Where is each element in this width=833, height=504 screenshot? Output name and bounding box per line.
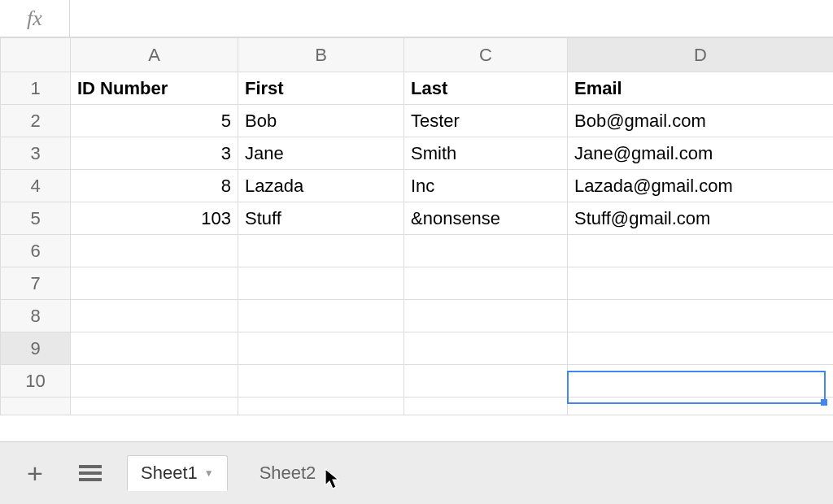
row-header-8[interactable]: 8 bbox=[1, 300, 71, 332]
cell-A5[interactable]: 103 bbox=[71, 202, 238, 235]
cell-text: &nonsense bbox=[411, 208, 500, 228]
row-header-3[interactable]: 3 bbox=[1, 137, 71, 170]
cell-text: Last bbox=[411, 78, 447, 98]
row-header-2[interactable]: 2 bbox=[1, 105, 71, 137]
cell-A2[interactable]: 5 bbox=[71, 105, 238, 137]
sheet-tab-2[interactable]: Sheet2 ▼ bbox=[246, 455, 347, 491]
cell-D10[interactable] bbox=[568, 365, 834, 398]
cell-B2[interactable]: Bob bbox=[238, 105, 404, 137]
cell-D6[interactable] bbox=[568, 235, 834, 267]
col-header-label: A bbox=[148, 45, 160, 65]
hamburger-icon bbox=[79, 464, 102, 482]
row-header-label: 7 bbox=[30, 273, 40, 293]
cell-C10[interactable] bbox=[404, 365, 568, 398]
row-header-label: 9 bbox=[30, 338, 40, 358]
cell-text: 5 bbox=[221, 111, 231, 131]
cell-D2[interactable]: Bob@gmail.com bbox=[568, 105, 834, 137]
cell-text: Jane bbox=[245, 143, 284, 163]
fx-icon: fx bbox=[0, 0, 70, 37]
row-header-label: 2 bbox=[30, 111, 40, 131]
cell-C8[interactable] bbox=[404, 300, 568, 332]
sheet-tab-1[interactable]: Sheet1 ▼ bbox=[127, 455, 228, 491]
row-11-partial bbox=[1, 398, 834, 415]
cell-D1[interactable]: Email bbox=[568, 72, 834, 105]
cell-text: 103 bbox=[201, 208, 231, 228]
cell-text: Bob bbox=[245, 111, 277, 131]
cell-A4[interactable]: 8 bbox=[71, 170, 238, 202]
cell-B9[interactable] bbox=[238, 332, 404, 365]
row-header-5[interactable]: 5 bbox=[1, 202, 71, 235]
row-header-4[interactable]: 4 bbox=[1, 170, 71, 202]
cell-C3[interactable]: Smith bbox=[404, 137, 568, 170]
cell-text: Lazada bbox=[245, 176, 303, 196]
row-header-1[interactable]: 1 bbox=[1, 72, 71, 105]
cell-text: Bob@gmail.com bbox=[574, 111, 706, 131]
row-header-11[interactable] bbox=[1, 398, 71, 415]
cell-A6[interactable] bbox=[71, 235, 238, 267]
cell-B11[interactable] bbox=[238, 398, 404, 415]
add-sheet-button[interactable]: + bbox=[16, 454, 54, 492]
cell-text: First bbox=[245, 78, 284, 98]
col-header-D[interactable]: D bbox=[568, 38, 834, 72]
cell-D9[interactable] bbox=[568, 332, 834, 365]
cell-C6[interactable] bbox=[404, 235, 568, 267]
cell-D11[interactable] bbox=[568, 398, 834, 415]
col-header-label: D bbox=[694, 45, 707, 65]
row-header-7[interactable]: 7 bbox=[1, 267, 71, 300]
row-header-label: 5 bbox=[30, 208, 40, 228]
cell-text: Inc bbox=[411, 176, 434, 196]
row-header-6[interactable]: 6 bbox=[1, 235, 71, 267]
cell-C11[interactable] bbox=[404, 398, 568, 415]
formula-input[interactable] bbox=[70, 0, 833, 37]
row-3: 3 3 Jane Smith Jane@gmail.com bbox=[1, 137, 834, 170]
col-header-C[interactable]: C bbox=[404, 38, 568, 72]
cell-A1[interactable]: ID Number bbox=[71, 72, 238, 105]
all-sheets-button[interactable] bbox=[72, 454, 109, 492]
cell-text: ID Number bbox=[77, 78, 168, 98]
row-5: 5 103 Stuff &nonsense Stuff@gmail.com bbox=[1, 202, 834, 235]
row-header-label: 4 bbox=[30, 176, 40, 196]
cell-C1[interactable]: Last bbox=[404, 72, 568, 105]
cell-C9[interactable] bbox=[404, 332, 568, 365]
cell-A9[interactable] bbox=[71, 332, 238, 365]
cell-B6[interactable] bbox=[238, 235, 404, 267]
cell-B4[interactable]: Lazada bbox=[238, 170, 404, 202]
cell-A10[interactable] bbox=[71, 365, 238, 398]
cell-D7[interactable] bbox=[568, 267, 834, 300]
cell-text: 3 bbox=[221, 143, 231, 163]
select-all-corner[interactable] bbox=[1, 38, 71, 72]
row-header-label: 3 bbox=[30, 143, 40, 163]
col-header-label: C bbox=[479, 45, 492, 65]
cell-D8[interactable] bbox=[568, 300, 834, 332]
col-header-label: B bbox=[315, 45, 327, 65]
col-header-B[interactable]: B bbox=[238, 38, 404, 72]
cell-A7[interactable] bbox=[71, 267, 238, 300]
sheet-tab-label: Sheet1 bbox=[141, 463, 198, 484]
cell-text: Email bbox=[574, 78, 622, 98]
cell-D4[interactable]: Lazada@gmail.com bbox=[568, 170, 834, 202]
cell-C5[interactable]: &nonsense bbox=[404, 202, 568, 235]
grid-table: A B C D 1 ID Number First Last Email 2 5… bbox=[0, 37, 833, 415]
cell-B7[interactable] bbox=[238, 267, 404, 300]
cell-B3[interactable]: Jane bbox=[238, 137, 404, 170]
chevron-down-icon[interactable]: ▼ bbox=[322, 467, 332, 479]
svg-rect-0 bbox=[79, 465, 102, 468]
cell-C4[interactable]: Inc bbox=[404, 170, 568, 202]
row-header-10[interactable]: 10 bbox=[1, 365, 71, 398]
cell-A3[interactable]: 3 bbox=[71, 137, 238, 170]
cell-B5[interactable]: Stuff bbox=[238, 202, 404, 235]
col-header-A[interactable]: A bbox=[71, 38, 238, 72]
cell-D3[interactable]: Jane@gmail.com bbox=[568, 137, 834, 170]
row-header-9[interactable]: 9 bbox=[1, 332, 71, 365]
row-10: 10 bbox=[1, 365, 834, 398]
cell-A8[interactable] bbox=[71, 300, 238, 332]
cell-B8[interactable] bbox=[238, 300, 404, 332]
cell-C7[interactable] bbox=[404, 267, 568, 300]
cell-D5[interactable]: Stuff@gmail.com bbox=[568, 202, 834, 235]
cell-A11[interactable] bbox=[71, 398, 238, 415]
cell-B1[interactable]: First bbox=[238, 72, 404, 105]
cell-B10[interactable] bbox=[238, 365, 404, 398]
chevron-down-icon[interactable]: ▼ bbox=[204, 467, 214, 479]
formula-bar: fx bbox=[0, 0, 833, 37]
cell-C2[interactable]: Tester bbox=[404, 105, 568, 137]
